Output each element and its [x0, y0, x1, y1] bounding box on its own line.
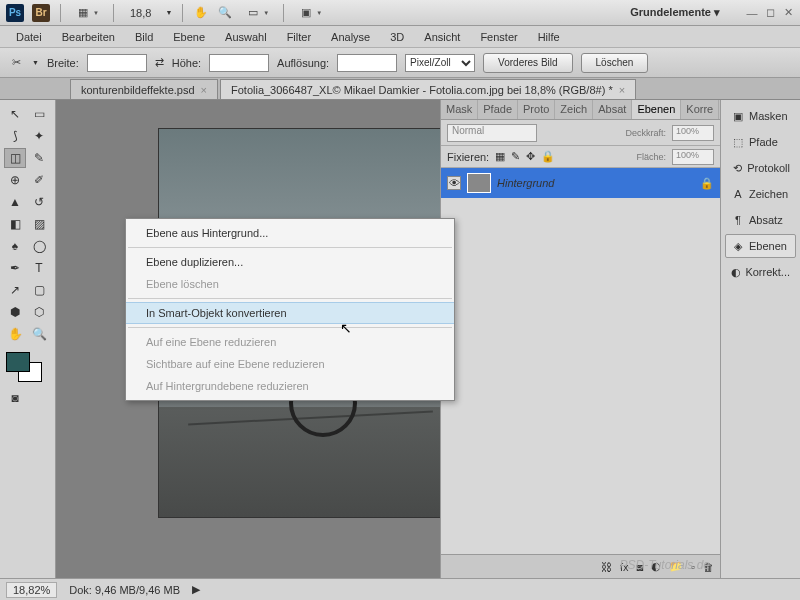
width-input[interactable]	[87, 54, 147, 72]
menu-auswahl[interactable]: Auswahl	[217, 28, 275, 46]
tab-close-icon[interactable]: ×	[619, 84, 625, 96]
opacity-input[interactable]: 100%	[672, 125, 714, 141]
panel-tab-korre[interactable]: Korre	[681, 100, 719, 119]
panel-tab-zeich[interactable]: Zeich	[555, 100, 593, 119]
context-menu-item[interactable]: In Smart-Objekt konvertieren	[126, 302, 454, 324]
visibility-icon[interactable]: 👁	[447, 176, 461, 190]
zoom-value[interactable]: 18,8	[124, 7, 157, 19]
gradient-tool[interactable]: ▨	[28, 214, 50, 234]
panel-tab-mask[interactable]: Mask	[441, 100, 478, 119]
menu-datei[interactable]: Datei	[8, 28, 50, 46]
healing-tool[interactable]: ⊕	[4, 170, 26, 190]
tab-close-icon[interactable]: ×	[201, 84, 207, 96]
zoom-tool[interactable]: 🔍	[28, 324, 50, 344]
document-tab[interactable]: Fotolia_3066487_XL© Mikael Damkier - Fot…	[220, 79, 636, 99]
layer-thumbnail[interactable]	[467, 173, 491, 193]
collapsed-panels: ▣Masken⬚Pfade⟲ProtokollAZeichen¶Absatz◈E…	[720, 100, 800, 578]
blur-tool[interactable]: ♠	[4, 236, 26, 256]
3d-tool[interactable]: ⬢	[4, 302, 26, 322]
minimize-icon[interactable]: —	[746, 7, 758, 19]
layer-row[interactable]: 👁 Hintergrund 🔒	[441, 168, 720, 198]
side-panel-ebenen[interactable]: ◈Ebenen	[725, 234, 796, 258]
hand-icon[interactable]: ✋	[193, 5, 209, 21]
hand-tool[interactable]: ✋	[4, 324, 26, 344]
status-zoom[interactable]: 18,82%	[6, 582, 57, 598]
cursor-icon: ↖	[340, 320, 352, 336]
layers-panel: MaskPfadeProtoZeichAbsatEbenenKorre Norm…	[440, 100, 720, 578]
resolution-input[interactable]	[337, 54, 397, 72]
side-panel-absatz[interactable]: ¶Absatz	[725, 208, 796, 232]
zoom-icon[interactable]: 🔍	[217, 5, 233, 21]
menu-ebene[interactable]: Ebene	[165, 28, 213, 46]
layout-dropdown[interactable]: ▦	[71, 3, 103, 23]
close-icon[interactable]: ✕	[782, 7, 794, 19]
color-swatch[interactable]	[4, 352, 44, 382]
panel-tab-ebenen[interactable]: Ebenen	[632, 100, 681, 119]
context-menu-item: Auf Hintergrundebene reduzieren	[126, 375, 454, 397]
type-tool[interactable]: T	[28, 258, 50, 278]
view-dropdown[interactable]: ▭	[241, 3, 273, 23]
fill-input[interactable]: 100%	[672, 149, 714, 165]
stamp-tool[interactable]: ▲	[4, 192, 26, 212]
menu-fenster[interactable]: Fenster	[472, 28, 525, 46]
lasso-tool[interactable]: ⟆	[4, 126, 26, 146]
context-menu-item: Ebene löschen	[126, 273, 454, 295]
shape-tool[interactable]: ▢	[28, 280, 50, 300]
wand-tool[interactable]: ✦	[28, 126, 50, 146]
workspace-switcher[interactable]: Grundelemente ▾	[620, 2, 730, 23]
panel-tab-absat[interactable]: Absat	[593, 100, 632, 119]
side-panel-protokoll[interactable]: ⟲Protokoll	[725, 156, 796, 180]
ebenen-icon: ◈	[731, 240, 745, 253]
maximize-icon[interactable]: ◻	[764, 7, 776, 19]
path-tool[interactable]: ↗	[4, 280, 26, 300]
marquee-tool[interactable]: ▭	[28, 104, 50, 124]
menu-3d[interactable]: 3D	[382, 28, 412, 46]
side-panel-korrekt...[interactable]: ◐Korrekt...	[725, 260, 796, 284]
lock-all-icon[interactable]: 🔒	[541, 150, 555, 163]
panel-tab-pfade[interactable]: Pfade	[478, 100, 518, 119]
side-panel-masken[interactable]: ▣Masken	[725, 104, 796, 128]
blend-mode-select[interactable]: Normal	[447, 124, 537, 142]
toolbox: ↖▭ ⟆✦ ◫✎ ⊕✐ ▲↺ ◧▨ ♠◯ ✒T ↗▢ ⬢⬡ ✋🔍 ◙	[0, 100, 56, 578]
brush-tool[interactable]: ✐	[28, 170, 50, 190]
eyedropper-tool[interactable]: ✎	[28, 148, 50, 168]
menu-bild[interactable]: Bild	[127, 28, 161, 46]
clear-button[interactable]: Löschen	[581, 53, 649, 73]
swap-icon[interactable]: ⇄	[155, 56, 164, 69]
side-panel-pfade[interactable]: ⬚Pfade	[725, 130, 796, 154]
front-image-button[interactable]: Vorderes Bild	[483, 53, 572, 73]
context-menu-item[interactable]: Ebene aus Hintergrund...	[126, 222, 454, 244]
menu-bearbeiten[interactable]: Bearbeiten	[54, 28, 123, 46]
menu-filter[interactable]: Filter	[279, 28, 319, 46]
menu-analyse[interactable]: Analyse	[323, 28, 378, 46]
width-label: Breite:	[47, 57, 79, 69]
history-brush-tool[interactable]: ↺	[28, 192, 50, 212]
pen-tool[interactable]: ✒	[4, 258, 26, 278]
document-tab[interactable]: konturenbildeffekte.psd×	[70, 79, 218, 99]
height-input[interactable]	[209, 54, 269, 72]
resolution-label: Auflösung:	[277, 57, 329, 69]
quickmask-tool[interactable]: ◙	[4, 388, 26, 408]
crop-tool[interactable]: ◫	[4, 148, 26, 168]
status-doc-size: Dok: 9,46 MB/9,46 MB	[69, 584, 180, 596]
lock-transparency-icon[interactable]: ▦	[495, 150, 505, 163]
bridge-logo-icon[interactable]: Br	[32, 4, 50, 22]
menu-hilfe[interactable]: Hilfe	[530, 28, 568, 46]
lock-pixels-icon[interactable]: ✎	[511, 150, 520, 163]
link-layers-icon[interactable]: ⛓	[601, 561, 612, 573]
context-menu: Ebene aus Hintergrund...Ebene dupliziere…	[125, 218, 455, 401]
move-tool[interactable]: ↖	[4, 104, 26, 124]
side-panel-zeichen[interactable]: AZeichen	[725, 182, 796, 206]
crop-tool-icon[interactable]: ✂	[8, 55, 24, 71]
unit-select[interactable]: Pixel/Zoll	[405, 54, 475, 72]
screen-mode-dropdown[interactable]: ▣	[294, 3, 326, 23]
dodge-tool[interactable]: ◯	[28, 236, 50, 256]
panel-tab-proto[interactable]: Proto	[518, 100, 555, 119]
lock-position-icon[interactable]: ✥	[526, 150, 535, 163]
eraser-tool[interactable]: ◧	[4, 214, 26, 234]
context-menu-item[interactable]: Ebene duplizieren...	[126, 251, 454, 273]
3d-camera-tool[interactable]: ⬡	[28, 302, 50, 322]
status-arrow-icon[interactable]: ▶	[192, 583, 200, 596]
menu-ansicht[interactable]: Ansicht	[416, 28, 468, 46]
context-menu-item: Sichtbare auf eine Ebene reduzieren	[126, 353, 454, 375]
